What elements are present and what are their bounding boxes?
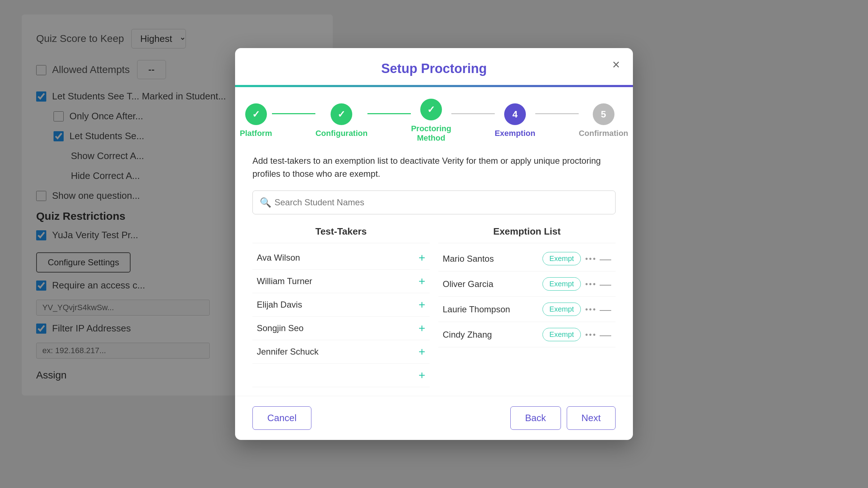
exempt-badge-3[interactable]: Exempt: [542, 328, 581, 341]
step-4-label: Exemption: [495, 129, 535, 138]
step-5-label: Confirmation: [579, 129, 628, 138]
modal-body: Add test-takers to an exemption list to …: [235, 146, 633, 396]
exemption-name-1: Oliver Garcia: [443, 279, 542, 289]
step-3-label: Proctoring Method: [411, 124, 451, 143]
modal-header: Setup Proctoring ×: [235, 48, 633, 85]
list-item: Elijah Davis +: [252, 293, 430, 317]
setup-proctoring-modal: Setup Proctoring × Platform Configuratio…: [235, 48, 633, 440]
search-container: 🔍: [252, 191, 616, 214]
footer-right-buttons: Back Next: [510, 406, 616, 430]
exemption-list-column: Exemption List Mario Santos Exempt ••• —…: [438, 226, 616, 387]
connector-4-5: [535, 113, 579, 114]
next-button[interactable]: Next: [567, 406, 616, 430]
dots-menu-3[interactable]: •••: [585, 330, 597, 339]
modal-title: Setup Proctoring: [381, 61, 487, 76]
step-5-circle: 5: [593, 103, 614, 125]
close-button[interactable]: ×: [612, 58, 620, 71]
modal-footer: Cancel Back Next: [235, 396, 633, 440]
step-3-circle: [420, 99, 442, 120]
list-item: Jennifer Schuck +: [252, 340, 430, 364]
add-button-0[interactable]: +: [418, 252, 425, 264]
exemption-name-3: Cindy Zhang: [443, 330, 542, 340]
add-button-2[interactable]: +: [418, 299, 425, 311]
remove-button-2[interactable]: —: [600, 304, 611, 315]
remove-button-0[interactable]: —: [600, 253, 611, 265]
description-text: Add test-takers to an exemption list to …: [252, 154, 616, 180]
step-platform: Platform: [240, 103, 272, 138]
add-button-extra[interactable]: +: [418, 369, 425, 381]
test-taker-name-4: Jennifer Schuck: [257, 347, 319, 357]
step-exemption: 4 Exemption: [495, 103, 535, 138]
step-proctoring-method: Proctoring Method: [411, 99, 451, 143]
test-takers-header: Test-Takers: [252, 226, 430, 243]
list-item: William Turner +: [252, 270, 430, 293]
list-item: Songjin Seo +: [252, 317, 430, 340]
exempt-badge-1[interactable]: Exempt: [542, 277, 581, 291]
add-button-4[interactable]: +: [418, 346, 425, 358]
exempt-badge-2[interactable]: Exempt: [542, 303, 581, 316]
exemption-name-2: Laurie Thompson: [443, 304, 542, 314]
connector-3-4: [451, 113, 495, 114]
step-1-circle: [245, 103, 267, 125]
progress-bar: [235, 85, 633, 87]
back-button[interactable]: Back: [510, 406, 561, 430]
remove-button-1[interactable]: —: [600, 278, 611, 290]
dots-menu-1[interactable]: •••: [585, 279, 597, 289]
cancel-button[interactable]: Cancel: [252, 406, 311, 430]
step-configuration: Configuration: [315, 103, 367, 138]
dots-menu-0[interactable]: •••: [585, 254, 597, 264]
step-2-circle: [331, 103, 352, 125]
dots-menu-2[interactable]: •••: [585, 305, 597, 314]
stepper: Platform Configuration Proctoring Method: [235, 90, 633, 146]
connector-1-2: [272, 113, 315, 114]
connector-2-3: [367, 113, 411, 114]
step-confirmation: 5 Confirmation: [579, 103, 628, 138]
add-button-3[interactable]: +: [418, 322, 425, 334]
columns-container: Test-Takers Ava Wilson + William Turner …: [252, 226, 616, 387]
list-item: Mario Santos Exempt ••• —: [438, 246, 616, 271]
modal-overlay: Setup Proctoring × Platform Configuratio…: [0, 0, 868, 488]
step-1-checkmark: [252, 109, 260, 120]
test-taker-name-3: Songjin Seo: [257, 323, 303, 333]
step-4-number: 4: [512, 109, 518, 120]
step-1-label: Platform: [240, 129, 272, 138]
step-5-number: 5: [601, 109, 606, 120]
test-taker-name-1: William Turner: [257, 276, 312, 286]
test-takers-column: Test-Takers Ava Wilson + William Turner …: [252, 226, 430, 387]
test-taker-name-0: Ava Wilson: [257, 253, 300, 263]
exemption-list-header: Exemption List: [438, 226, 616, 243]
list-item: +: [252, 364, 430, 387]
search-icon: 🔍: [260, 197, 271, 208]
list-item: Ava Wilson +: [252, 246, 430, 270]
step-4-circle: 4: [504, 103, 526, 125]
add-button-1[interactable]: +: [418, 275, 425, 287]
step-2-label: Configuration: [315, 129, 367, 138]
step-3-checkmark: [427, 104, 435, 115]
exemption-name-0: Mario Santos: [443, 254, 542, 264]
search-input[interactable]: [252, 191, 616, 214]
step-2-checkmark: [337, 109, 345, 120]
list-item: Cindy Zhang Exempt ••• —: [438, 322, 616, 347]
list-item: Laurie Thompson Exempt ••• —: [438, 297, 616, 322]
remove-button-3[interactable]: —: [600, 329, 611, 341]
list-item: Oliver Garcia Exempt ••• —: [438, 271, 616, 297]
exempt-badge-0[interactable]: Exempt: [542, 252, 581, 265]
test-taker-name-2: Elijah Davis: [257, 300, 302, 310]
